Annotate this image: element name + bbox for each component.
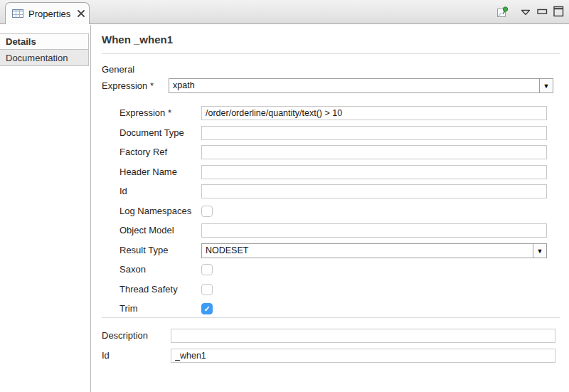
combo-selected-value: xpath [169,79,539,92]
properties-view: Properties [0,0,569,392]
object-model-label: Object Model [119,223,174,238]
checkmark-icon: ✓ [203,305,210,313]
minimize-icon[interactable] [537,9,548,15]
sidebar-item-documentation[interactable]: Documentation [0,50,89,66]
document-type-label: Document Type [119,126,184,140]
view-header: Properties [0,0,569,24]
tab-title: Properties [28,9,70,19]
description-input[interactable] [171,329,555,343]
pin-icon[interactable] [496,6,509,18]
expression-input[interactable] [201,106,547,120]
factory-ref-input[interactable] [201,145,547,159]
expression-label: Expression * [119,106,171,120]
page-title: When _when1 [102,33,173,46]
document-type-input[interactable] [201,126,547,140]
saxon-checkbox[interactable]: ✓ [201,264,213,275]
chevron-down-icon[interactable]: ▼ [539,79,553,92]
close-icon[interactable] [77,9,85,18]
object-model-input[interactable] [201,223,547,238]
footer-id-input[interactable] [171,349,555,363]
trim-label: Trim [119,302,138,316]
log-namespaces-checkbox[interactable]: ✓ [201,206,213,217]
header-name-label: Header Name [119,165,177,179]
result-type-label: Result Type [119,243,168,258]
separator [102,317,560,318]
sidebar-item-label: Details [6,36,36,47]
sidebar-item-label: Documentation [6,53,68,63]
sidebar-divider [90,25,91,392]
separator [102,53,560,54]
thread-safety-label: Thread Safety [119,282,178,297]
id-input[interactable] [201,184,547,198]
saxon-label: Saxon [119,263,146,277]
expression-language-label: Expression * [102,79,154,93]
combo-selected-value: NODESET [202,244,533,258]
header-name-input[interactable] [201,165,547,179]
thread-safety-checkbox[interactable]: ✓ [201,284,213,295]
tab-properties[interactable]: Properties [5,2,90,24]
description-label: Description [102,329,148,343]
footer-id-label: Id [102,349,110,363]
chevron-down-icon[interactable]: ▼ [533,244,546,258]
section-label-general: General [102,63,134,77]
id-label: Id [119,184,127,198]
view-menu-icon[interactable] [521,9,531,16]
sidebar-item-details[interactable]: Details [0,33,89,50]
table-icon [12,9,23,18]
result-type-combo[interactable]: NODESET ▼ [201,243,547,258]
expression-language-combo[interactable]: xpath ▼ [169,78,553,93]
log-namespaces-label: Log Namespaces [119,204,191,218]
factory-ref-label: Factory Ref [119,145,167,159]
maximize-icon[interactable] [553,6,564,17]
trim-checkbox[interactable]: ✓ [201,303,213,314]
